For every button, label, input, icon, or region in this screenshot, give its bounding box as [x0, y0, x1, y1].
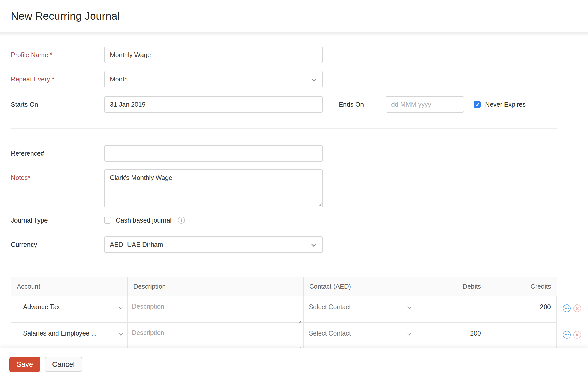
- row-actions: [563, 331, 581, 339]
- chevron-down-icon: [407, 305, 412, 309]
- currency-select[interactable]: AED- UAE Dirham: [104, 236, 323, 253]
- remove-row-icon[interactable]: [573, 304, 581, 312]
- never-expires-checkbox[interactable]: [474, 101, 481, 108]
- check-icon: [475, 102, 479, 106]
- row-actions: [563, 304, 581, 312]
- table-row: Salaries and Employee ... Select Contact…: [11, 323, 557, 349]
- debits-cell[interactable]: 200: [416, 323, 487, 352]
- account-column-header: Account: [11, 277, 128, 296]
- starts-on-label: Starts On: [11, 96, 38, 113]
- profile-name-input[interactable]: [104, 47, 323, 63]
- credits-cell[interactable]: [487, 323, 557, 352]
- profile-name-label: Profile Name *: [11, 47, 52, 63]
- account-select[interactable]: Advance Tax: [11, 296, 128, 325]
- repeat-every-select[interactable]: Month: [104, 71, 323, 87]
- contact-select[interactable]: Select Contact: [304, 323, 416, 352]
- never-expires-label: Never Expires: [485, 96, 526, 113]
- notes-field-wrap: Clark's Monthly Wage: [104, 169, 323, 207]
- journal-lines-table: Account Description Contact (AED) Debits…: [11, 277, 557, 349]
- footer-bar: Save Cancel: [0, 348, 588, 381]
- reference-input[interactable]: [104, 145, 323, 162]
- chevron-down-icon: [119, 331, 123, 336]
- currency-label: Currency: [11, 236, 37, 253]
- description-textarea[interactable]: [128, 296, 303, 325]
- description-cell: [128, 323, 304, 352]
- repeat-every-label: Repeat Every *: [11, 71, 54, 87]
- page-header: New Recurring Journal: [0, 0, 588, 32]
- notes-label: Notes*: [11, 169, 30, 186]
- contact-value: Select Contact: [309, 303, 351, 311]
- contact-select[interactable]: Select Contact: [304, 296, 416, 325]
- chevron-down-icon: [311, 242, 316, 247]
- journal-type-label: Journal Type: [11, 212, 48, 228]
- starts-on-input[interactable]: [104, 96, 323, 113]
- contact-column-header: Contact (AED): [304, 277, 416, 296]
- more-options-icon[interactable]: [563, 304, 571, 312]
- chevron-down-icon: [311, 76, 316, 81]
- credits-column-header: Credits: [487, 277, 557, 296]
- chevron-down-icon: [407, 331, 412, 336]
- credits-cell[interactable]: 200: [487, 296, 557, 325]
- table-row: Advance Tax Select Contact 200: [11, 296, 557, 323]
- currency-value: AED- UAE Dirham: [110, 241, 163, 248]
- account-value: Advance Tax: [23, 303, 60, 311]
- description-column-header: Description: [128, 277, 304, 296]
- save-button[interactable]: Save: [9, 357, 40, 372]
- ends-on-input[interactable]: [386, 96, 464, 113]
- header-shadow: [0, 32, 588, 36]
- repeat-every-value: Month: [110, 75, 128, 83]
- cash-based-journal-checkbox[interactable]: [104, 217, 111, 224]
- more-options-icon[interactable]: [563, 331, 571, 339]
- account-value: Salaries and Employee ...: [23, 330, 97, 337]
- cancel-button[interactable]: Cancel: [45, 357, 82, 372]
- resize-handle-icon[interactable]: [318, 202, 322, 206]
- chevron-down-icon: [119, 305, 123, 309]
- notes-textarea[interactable]: Clark's Monthly Wage: [104, 169, 323, 207]
- description-cell: [128, 296, 304, 325]
- remove-row-icon[interactable]: [573, 331, 581, 339]
- debits-cell[interactable]: [416, 296, 487, 325]
- account-select[interactable]: Salaries and Employee ...: [11, 323, 128, 352]
- section-divider: [11, 128, 557, 129]
- description-textarea[interactable]: [128, 323, 303, 352]
- info-icon[interactable]: i: [178, 217, 185, 224]
- cash-based-journal-text: Cash based journal: [116, 212, 171, 228]
- contact-value: Select Contact: [309, 330, 351, 337]
- page-title: New Recurring Journal: [11, 0, 120, 32]
- table-header-row: Account Description Contact (AED) Debits…: [11, 277, 557, 296]
- reference-label: Reference#: [11, 145, 44, 162]
- debits-column-header: Debits: [416, 277, 487, 296]
- ends-on-label: Ends On: [339, 96, 364, 113]
